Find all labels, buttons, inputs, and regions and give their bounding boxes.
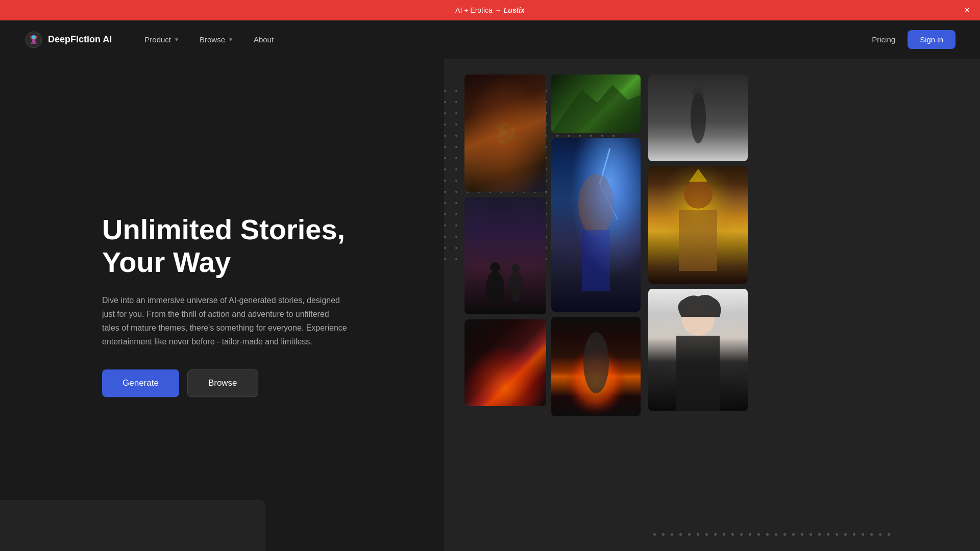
pricing-link[interactable]: Pricing [872,35,895,44]
image-card-dark-woman[interactable] [648,289,748,411]
image-card-fire-landscape[interactable] [464,319,546,406]
svg-line-11 [600,148,610,184]
svg-point-7 [511,264,520,272]
nav-links: Product ▼ Browse ▼ About [136,31,872,48]
image-card-golden-queen[interactable] [648,166,748,284]
close-announcement-button[interactable]: × [964,6,970,15]
svg-point-17 [691,92,706,143]
browse-button[interactable]: Browse [187,369,258,397]
hero-description: Dive into an immersive universe of AI-ge… [102,293,347,349]
announcement-text: AI + Erotica → Lustix [455,6,525,14]
image-card-warrior-woman[interactable] [551,138,641,312]
logo-icon [24,31,43,49]
hero-title: Unlimited Stories, Your Way [102,213,347,279]
announcement-bar: AI + Erotica → Lustix × [0,0,980,20]
bottom-dots-decoration: (function() { const bd = document.getEle… [653,533,890,536]
svg-rect-24 [676,336,720,411]
main-content: Unlimited Stories, Your Way Dive into an… [0,59,980,551]
image-card-green-landscape[interactable] [551,74,641,133]
hero-buttons: Generate Browse [102,369,347,397]
svg-point-6 [508,271,523,302]
svg-line-12 [600,184,618,220]
svg-marker-9 [551,85,641,133]
nav-product[interactable]: Product ▼ [136,31,187,48]
generate-button[interactable]: Generate [102,369,179,397]
hero-right-collage: (function() { const grid = document.getE… [444,59,980,551]
svg-point-13 [578,174,614,235]
svg-rect-14 [582,230,610,291]
announcement-brand: Lustix [504,6,525,14]
svg-point-18 [692,86,704,98]
svg-rect-21 [679,210,717,271]
bottom-left-bar [0,500,265,551]
browse-chevron-icon: ▼ [228,37,233,42]
nav-browse[interactable]: Browse ▼ [191,31,241,48]
image-card-silhouettes[interactable] [464,197,546,314]
product-chevron-icon: ▼ [174,37,179,42]
navbar: DeepFiction AI Product ▼ Browse ▼ About … [0,20,980,59]
image-card-dragon[interactable]: 🐉 [464,74,546,192]
svg-point-16 [583,332,609,393]
svg-point-5 [490,262,500,272]
nav-about[interactable]: About [246,31,282,48]
svg-rect-8 [464,319,546,406]
signin-button[interactable]: Sign in [908,30,955,49]
image-card-fire-mage[interactable] [551,317,641,416]
hero-left: Unlimited Stories, Your Way Dive into an… [102,213,347,397]
svg-rect-10 [551,138,641,312]
nav-right: Pricing Sign in [872,30,955,49]
image-card-misty-figure[interactable] [648,74,748,161]
logo-text: DeepFiction AI [48,34,112,45]
logo-area[interactable]: DeepFiction AI [24,31,112,49]
svg-point-20 [684,180,713,209]
svg-point-4 [486,271,504,304]
